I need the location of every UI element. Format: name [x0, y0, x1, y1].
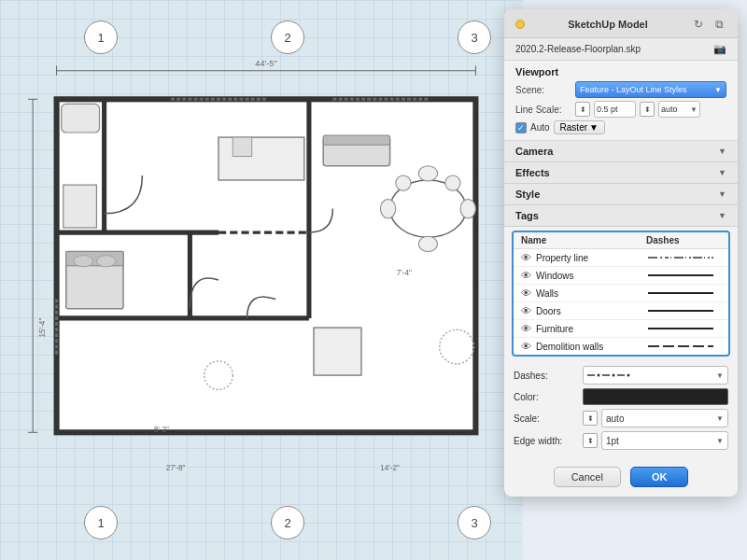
scale-row: Scale: ⬍ auto ▼	[514, 409, 728, 427]
tag-name-furniture: Furniture	[536, 324, 648, 334]
tag-row-walls[interactable]: 👁 Walls	[514, 285, 728, 302]
tag-dashes-furniture	[648, 326, 723, 331]
raster-arrow: ▼	[589, 122, 599, 133]
color-picker[interactable]	[583, 388, 728, 405]
tag-dashes-property-line	[648, 255, 723, 260]
dashes-select-arrow: ▼	[716, 371, 724, 380]
refresh-icon[interactable]: ↻	[691, 17, 706, 32]
dash-pattern-furniture	[648, 326, 713, 331]
file-row: 2020.2-Release-Floorplan.skp 📷	[504, 38, 738, 61]
line-scale-stepper[interactable]: ⬍	[575, 102, 590, 117]
tag-name-property-line: Property line	[536, 253, 648, 263]
viewport-label: Viewport	[515, 66, 726, 77]
tag-row-demolition[interactable]: 👁 Demolition walls	[514, 338, 728, 355]
auto-checkbox[interactable]: ✓	[515, 122, 527, 133]
scene-select-arrow: ▼	[714, 86, 722, 94]
floorplan-area: 1 2 3 1 2 3	[0, 0, 523, 560]
tags-label: Tags	[515, 210, 539, 221]
dash-pattern-property-line	[648, 255, 713, 260]
svg-rect-26	[62, 104, 100, 133]
line-scale-value[interactable]: 0.5 pt	[594, 101, 636, 118]
tag-name-windows: Windows	[536, 271, 648, 281]
color-row: Color:	[514, 388, 728, 405]
camera-chevron: ▼	[718, 147, 726, 156]
svg-rect-25	[233, 137, 251, 156]
tag-row-furniture[interactable]: 👁 Furniture	[514, 320, 728, 338]
auto-label: Auto	[530, 122, 550, 133]
edge-width-arrow: ▼	[716, 437, 724, 445]
dashes-row: Dashes: ▼	[514, 366, 728, 385]
tags-col-name: Name	[521, 235, 646, 245]
link-icon[interactable]: ⧉	[712, 17, 726, 32]
tag-name-walls: Walls	[536, 288, 648, 299]
tag-dashes-walls	[648, 290, 723, 296]
auto-scale-stepper[interactable]: ⬍	[640, 102, 655, 117]
visibility-icon-property-line[interactable]: 👁	[519, 251, 532, 264]
edge-width-select[interactable]: 1pt ▼	[601, 431, 728, 450]
edge-width-label: Edge width:	[514, 436, 579, 446]
svg-text:15'-4": 15'-4"	[38, 318, 47, 338]
scene-row: Scene: Feature - LayOut Line Styles ▼	[515, 81, 726, 98]
dash-pattern-windows	[648, 273, 713, 278]
style-section[interactable]: Style ▼	[504, 184, 738, 205]
camera-icon[interactable]: 📷	[713, 43, 726, 55]
visibility-icon-walls[interactable]: 👁	[519, 287, 532, 300]
effects-section[interactable]: Effects ▼	[504, 162, 738, 184]
scale-select[interactable]: auto ▼	[601, 409, 728, 427]
tag-row-windows[interactable]: 👁 Windows	[514, 267, 728, 285]
panel-title: SketchUp Model	[525, 19, 691, 30]
svg-point-21	[445, 175, 460, 190]
svg-point-17	[418, 236, 437, 251]
file-name: 2020.2-Release-Floorplan.skp	[515, 44, 641, 54]
scene-select[interactable]: Feature - LayOut Line Styles ▼	[575, 81, 726, 98]
svg-point-12	[96, 256, 115, 267]
tag-dashes-demolition	[648, 343, 723, 349]
auto-scale-select[interactable]: auto ▼	[658, 101, 700, 118]
visibility-icon-windows[interactable]: 👁	[519, 269, 532, 282]
svg-point-67	[627, 374, 630, 377]
color-label: Color:	[514, 392, 579, 402]
style-label: Style	[515, 189, 540, 200]
auto-scale-arrow: ▼	[690, 105, 698, 114]
viewport-section: Viewport Scene: Feature - LayOut Line St…	[504, 61, 738, 141]
camera-section[interactable]: Camera ▼	[504, 141, 738, 162]
tag-row-doors[interactable]: 👁 Doors	[514, 302, 728, 320]
svg-point-65	[613, 374, 615, 377]
buttons-row: Cancel OK	[504, 459, 738, 497]
panel-action-icons: ↻ ⧉	[691, 17, 726, 32]
visibility-icon-doors[interactable]: 👁	[519, 304, 532, 317]
scale-arrow: ▼	[716, 414, 724, 423]
svg-rect-24	[218, 137, 304, 180]
dash-pattern-walls	[648, 290, 713, 296]
svg-point-19	[460, 199, 475, 217]
tags-table-header: Name Dashes	[514, 232, 728, 249]
raster-button[interactable]: Raster ▼	[554, 120, 605, 134]
camera-label: Camera	[515, 146, 553, 157]
tags-col-dashes: Dashes	[646, 235, 721, 245]
cancel-button[interactable]: Cancel	[554, 467, 621, 487]
svg-point-16	[418, 166, 437, 181]
svg-point-20	[396, 175, 411, 190]
tags-section-header[interactable]: Tags ▼	[504, 205, 738, 227]
svg-text:44'-5": 44'-5"	[255, 59, 276, 68]
tag-row-property-line[interactable]: 👁 Property line	[514, 249, 728, 267]
svg-point-63	[598, 374, 600, 377]
svg-text:14'-2": 14'-2"	[380, 464, 400, 472]
svg-rect-27	[63, 185, 97, 228]
scale-stepper[interactable]: ⬍	[583, 411, 598, 426]
dashes-select[interactable]: ▼	[583, 366, 728, 385]
ok-button[interactable]: OK	[630, 467, 689, 487]
dashes-label: Dashes:	[514, 371, 579, 381]
visibility-icon-demolition[interactable]: 👁	[519, 340, 532, 353]
tag-name-doors: Doors	[536, 306, 648, 316]
tag-dashes-doors	[648, 308, 723, 314]
visibility-icon-furniture[interactable]: 👁	[519, 322, 532, 335]
floorplan-svg: 44'-5" 27'-8" 14'-2" 8'-2" 7'-4" 15'-4"	[28, 37, 504, 513]
minimize-icon[interactable]	[515, 20, 525, 29]
dash-pattern-doors	[648, 308, 713, 314]
tags-table: Name Dashes 👁 Property line	[512, 231, 730, 357]
panel-window-controls	[515, 20, 525, 29]
svg-text:27'-8": 27'-8"	[166, 464, 186, 472]
svg-text:8'-2": 8'-2"	[154, 426, 169, 434]
edge-width-stepper[interactable]: ⬍	[583, 433, 598, 448]
